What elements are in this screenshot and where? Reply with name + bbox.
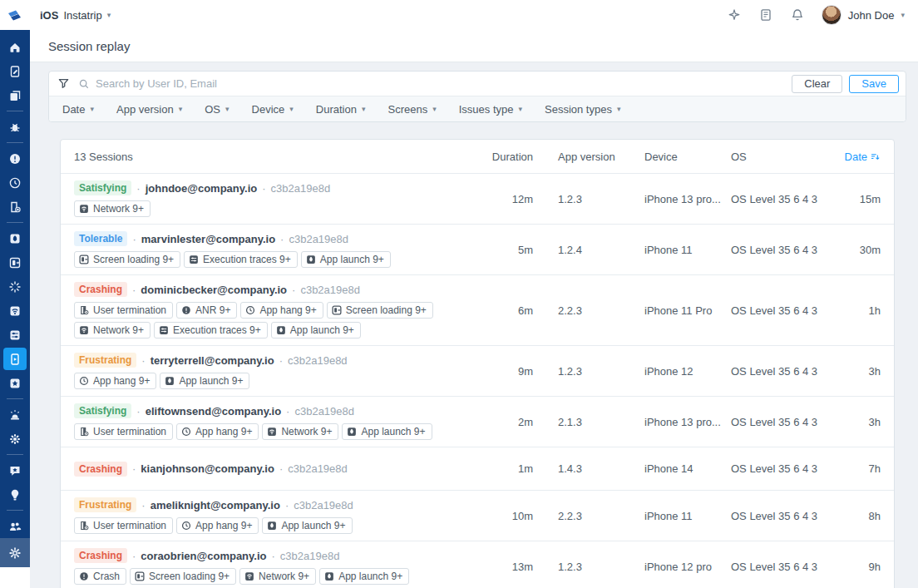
app-hang-icon	[79, 376, 89, 386]
user-menu[interactable]: John Doe ▾	[822, 5, 905, 25]
filter-dropdown-screens[interactable]: Screens▾	[387, 103, 436, 116]
device-cell: iPhone 12	[644, 365, 731, 378]
session-row[interactable]: Satisfying·eliftownsend@company.io·c3b2a…	[61, 396, 894, 447]
issue-tag-execution-traces: Execution traces 9+	[184, 251, 298, 268]
issue-tag-app-launch: App launch 9+	[319, 568, 409, 585]
sidebar-item-network[interactable]	[3, 299, 27, 322]
session-row[interactable]: Tolerable·marvinlester@company.io·c3b2a1…	[61, 224, 894, 274]
app-hang-icon	[181, 427, 191, 437]
os-cell: OS Level 35 6 4 3	[731, 365, 832, 378]
screen-loading-icon	[332, 305, 342, 315]
filter-dropdown-session-types[interactable]: Session types▾	[545, 103, 620, 116]
search-input[interactable]	[96, 77, 792, 90]
session-row[interactable]: Frustrating·ameliknight@company.io·c3b2a…	[61, 490, 894, 541]
anr-icon	[8, 176, 22, 190]
issue-tag-label: User termination	[93, 426, 166, 437]
separator-dot: ·	[280, 233, 284, 245]
sidebar-item-screen-loading[interactable]	[3, 251, 27, 274]
sidebar-item-team[interactable]	[3, 515, 27, 537]
sort-descending-icon	[870, 151, 881, 162]
sidebar-item-app-launch[interactable]	[3, 227, 27, 250]
sidebar-item-app-rating[interactable]	[3, 372, 27, 394]
session-row[interactable]: Frustrating·terryterrell@company.io·c3b2…	[61, 345, 894, 396]
sidebar-item-session-replay[interactable]	[3, 348, 27, 370]
column-date-sort[interactable]: Date	[832, 151, 881, 163]
sidebar-divider	[7, 111, 23, 111]
filter-dropdown-os[interactable]: OS▾	[205, 103, 229, 116]
issue-tag-label: ANR 9+	[195, 304, 230, 316]
sidebar-item-home[interactable]	[3, 36, 27, 58]
session-row[interactable]: Crashing·coraobrien@company.io·c3b2a19e8…	[61, 541, 894, 588]
filter-dropdown-issues-type[interactable]: Issues type▾	[459, 103, 522, 116]
issue-tag-crash: Crash	[74, 568, 126, 585]
app-name-label: Instatrip	[63, 9, 101, 22]
whats-new-icon[interactable]	[727, 7, 742, 22]
issue-tag-label: App launch 9+	[320, 254, 384, 265]
duration-cell: 13m	[486, 561, 533, 573]
session-row[interactable]: Satisfying·johndoe@company.io·c3b2a19e8d…	[61, 173, 894, 224]
filter-dropdown-duration[interactable]: Duration▾	[316, 103, 366, 116]
issue-tag-label: User termination	[93, 304, 166, 316]
filter-label: Date	[62, 103, 85, 116]
issue-tag-screen-loading: Screen loading 9+	[74, 251, 180, 268]
column-duration: Duration	[486, 151, 533, 163]
app-launch-icon	[165, 376, 175, 386]
separator-dot: ·	[132, 233, 136, 245]
sidebar-item-bug-settings[interactable]	[3, 427, 27, 450]
user-termination-icon	[79, 305, 89, 315]
clear-button[interactable]: Clear	[792, 75, 842, 93]
chevron-down-icon: ▾	[90, 105, 94, 113]
os-cell: OS Level 35 6 4 3	[731, 304, 832, 317]
user-email: terryterrell@company.io	[151, 354, 274, 367]
network-icon	[8, 304, 22, 318]
sidebar-item-settings[interactable]	[0, 538, 30, 567]
issue-tags: User terminationApp hang 9+App launch 9+	[74, 517, 478, 534]
filter-label: Session types	[545, 103, 612, 116]
crash-icon	[79, 571, 89, 581]
filter-dropdown-date[interactable]: Date▾	[62, 103, 94, 116]
network-icon	[267, 427, 277, 437]
date-cell: 7h	[832, 462, 881, 475]
session-row[interactable]: Crashing·dominicbecker@company.io·c3b2a1…	[61, 274, 894, 345]
sidebar-item-crashes[interactable]	[3, 147, 27, 170]
filter-dropdown-device[interactable]: Device▾	[252, 103, 294, 116]
filter-dropdown-app-version[interactable]: App version▾	[116, 103, 182, 116]
issue-tags: User terminationANR 9+App hang 9+Screen …	[74, 302, 478, 338]
issue-tag-label: Network 9+	[93, 203, 144, 215]
sidebar-item-alerts[interactable]	[3, 403, 27, 426]
sidebar-item-feedback[interactable]	[3, 459, 27, 482]
sidebar-item-ui-hangs[interactable]	[3, 275, 27, 298]
sidebar-item-user-termination[interactable]	[3, 195, 27, 218]
user-termination-icon	[79, 427, 89, 437]
issue-tag-label: App hang 9+	[195, 520, 252, 531]
issue-tag-network: Network 9+	[74, 322, 151, 338]
session-metrics: 13m1.2.3iPhone 12 proOS Level 35 6 4 39h	[486, 561, 881, 573]
notifications-bell-icon[interactable]	[790, 7, 805, 22]
release-notes-icon[interactable]	[758, 7, 773, 22]
app-version-cell: 1.2.3	[533, 365, 644, 378]
issue-tag-label: Screen loading 9+	[346, 304, 427, 316]
sidebar-item-bug-tracker[interactable]	[3, 116, 27, 138]
sidebar-item-screens[interactable]	[3, 84, 27, 106]
app-launch-icon	[324, 571, 334, 581]
os-cell: OS Level 35 6 4 3	[731, 416, 832, 428]
issue-tag-label: App launch 9+	[290, 324, 354, 336]
user-email: ameliknight@company.io	[151, 499, 280, 511]
issue-tag-label: Network 9+	[93, 324, 144, 336]
filter-funnel-icon[interactable]	[57, 77, 70, 90]
sidebar-item-execution-traces[interactable]	[3, 324, 27, 346]
app-switcher[interactable]: iOS Instatrip ▾	[40, 9, 111, 22]
sidebar-item-anr[interactable]	[3, 171, 27, 194]
session-id: c3b2a19e8d	[289, 233, 348, 245]
session-id: c3b2a19e8d	[288, 354, 348, 367]
instabug-logo[interactable]	[0, 0, 30, 30]
save-button[interactable]: Save	[849, 75, 899, 93]
top-bar: iOS Instatrip ▾ John Doe ▾	[0, 0, 918, 30]
session-row[interactable]: Crashing·kianjohnson@company.io·c3b2a19e…	[61, 447, 894, 490]
bug-tracker-icon	[8, 121, 22, 134]
app-version-cell: 2.2.3	[533, 510, 644, 522]
sidebar-item-devices[interactable]	[3, 60, 27, 82]
device-cell: iPhone 11	[644, 244, 731, 256]
sidebar-item-insights[interactable]	[3, 483, 27, 506]
rating-badge: Satisfying	[74, 403, 131, 418]
